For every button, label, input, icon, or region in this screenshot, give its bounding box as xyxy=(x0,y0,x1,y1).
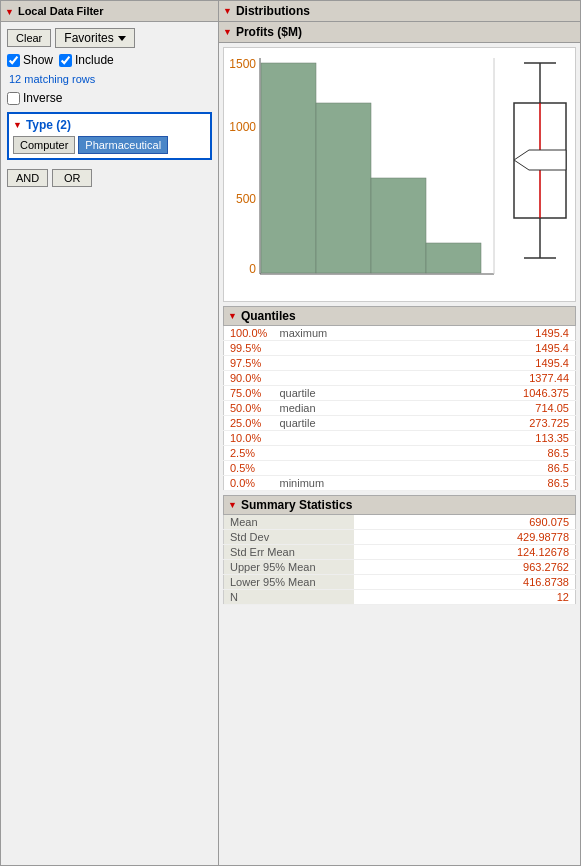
quantile-row: 75.0%quartile1046.375 xyxy=(224,386,576,401)
quantile-label xyxy=(274,446,354,461)
show-checkbox-label[interactable]: Show xyxy=(7,53,53,67)
right-panel-body: ▼ Profits ($M) 1500 1000 500 0 xyxy=(219,22,580,865)
quantile-pct: 0.0% xyxy=(224,476,274,491)
profits-section-header: ▼ Profits ($M) xyxy=(219,22,580,43)
quantile-value: 1495.4 xyxy=(354,356,576,371)
right-panel-header: ▼ Distributions xyxy=(219,1,580,22)
left-panel-header: ▼ Local Data Filter xyxy=(1,1,218,22)
quantiles-table: 100.0%maximum1495.499.5%1495.497.5%1495.… xyxy=(223,326,576,491)
quantile-label xyxy=(274,371,354,386)
quantile-pct: 2.5% xyxy=(224,446,274,461)
quantile-pct: 90.0% xyxy=(224,371,274,386)
inverse-row: Inverse xyxy=(7,91,212,105)
summary-row: N12 xyxy=(224,590,576,605)
quantile-value: 273.725 xyxy=(354,416,576,431)
quantile-value: 86.5 xyxy=(354,446,576,461)
quantile-row: 90.0%1377.44 xyxy=(224,371,576,386)
quantile-pct: 100.0% xyxy=(224,326,274,341)
summary-header: ▼ Summary Statistics xyxy=(223,495,576,515)
quantile-pct: 0.5% xyxy=(224,461,274,476)
clear-button[interactable]: Clear xyxy=(7,29,51,47)
quantiles-title: Quantiles xyxy=(241,309,296,323)
type-filter-box: ▼ Type (2) Computer Pharmaceutical xyxy=(7,112,212,160)
type-header: ▼ Type (2) xyxy=(13,118,206,132)
quantile-pct: 10.0% xyxy=(224,431,274,446)
right-panel-title: Distributions xyxy=(236,4,310,18)
summary-row: Lower 95% Mean416.8738 xyxy=(224,575,576,590)
quantile-value: 1495.4 xyxy=(354,341,576,356)
quantile-pct: 25.0% xyxy=(224,416,274,431)
summary-value: 690.075 xyxy=(354,515,576,530)
quantile-pct: 75.0% xyxy=(224,386,274,401)
left-panel-body: Clear Favorites Show Include 12 m xyxy=(1,22,218,193)
summary-label: Lower 95% Mean xyxy=(224,575,354,590)
favorites-button[interactable]: Favorites xyxy=(55,28,134,48)
quantile-row: 97.5%1495.4 xyxy=(224,356,576,371)
summary-label: Std Err Mean xyxy=(224,545,354,560)
quantiles-header: ▼ Quantiles xyxy=(223,306,576,326)
summary-title: Summary Statistics xyxy=(241,498,352,512)
summary-section: ▼ Summary Statistics Mean690.075Std Dev4… xyxy=(223,495,576,605)
and-button[interactable]: AND xyxy=(7,169,48,187)
quantile-value: 113.35 xyxy=(354,431,576,446)
quantile-label: maximum xyxy=(274,326,354,341)
summary-value: 416.8738 xyxy=(354,575,576,590)
summary-row: Upper 95% Mean963.2762 xyxy=(224,560,576,575)
left-panel-collapse-arrow[interactable]: ▼ xyxy=(5,4,14,18)
profits-title: Profits ($M) xyxy=(236,25,302,39)
quantile-label: minimum xyxy=(274,476,354,491)
type-triangle-icon: ▼ xyxy=(13,120,22,130)
inverse-checkbox[interactable] xyxy=(7,92,20,105)
type-item-pharmaceutical[interactable]: Pharmaceutical xyxy=(78,136,168,154)
include-checkbox-label[interactable]: Include xyxy=(59,53,114,67)
quantile-label xyxy=(274,461,354,476)
quantile-row: 99.5%1495.4 xyxy=(224,341,576,356)
svg-text:0: 0 xyxy=(249,262,256,276)
and-or-row: AND OR xyxy=(7,169,212,187)
quantile-pct: 50.0% xyxy=(224,401,274,416)
svg-text:1000: 1000 xyxy=(229,120,256,134)
quantile-value: 1495.4 xyxy=(354,326,576,341)
summary-value: 429.98778 xyxy=(354,530,576,545)
svg-rect-7 xyxy=(261,63,316,273)
show-checkbox[interactable] xyxy=(7,54,20,67)
quantile-value: 714.05 xyxy=(354,401,576,416)
left-panel-title: Local Data Filter xyxy=(18,5,104,17)
summary-label: Mean xyxy=(224,515,354,530)
quantile-pct: 99.5% xyxy=(224,341,274,356)
summary-row: Mean690.075 xyxy=(224,515,576,530)
summary-table: Mean690.075Std Dev429.98778Std Err Mean1… xyxy=(223,515,576,605)
quantile-row: 10.0%113.35 xyxy=(224,431,576,446)
svg-rect-10 xyxy=(426,243,481,273)
favorites-dropdown-arrow xyxy=(118,36,126,41)
left-panel: ▼ Local Data Filter Clear Favorites Show xyxy=(0,0,219,866)
quantile-row: 100.0%maximum1495.4 xyxy=(224,326,576,341)
svg-text:500: 500 xyxy=(236,192,256,206)
show-include-row: Show Include xyxy=(7,53,212,67)
type-item-computer[interactable]: Computer xyxy=(13,136,75,154)
quantile-row: 0.0%minimum86.5 xyxy=(224,476,576,491)
summary-label: Upper 95% Mean xyxy=(224,560,354,575)
quantile-value: 1046.375 xyxy=(354,386,576,401)
or-button[interactable]: OR xyxy=(52,169,92,187)
summary-label: Std Dev xyxy=(224,530,354,545)
right-panel-triangle-icon: ▼ xyxy=(223,6,232,16)
quantile-row: 25.0%quartile273.725 xyxy=(224,416,576,431)
summary-row: Std Dev429.98778 xyxy=(224,530,576,545)
quantiles-section: ▼ Quantiles 100.0%maximum1495.499.5%1495… xyxy=(223,306,576,491)
quantile-row: 2.5%86.5 xyxy=(224,446,576,461)
summary-value: 124.12678 xyxy=(354,545,576,560)
quantile-label xyxy=(274,341,354,356)
summary-label: N xyxy=(224,590,354,605)
svg-text:1500: 1500 xyxy=(229,57,256,71)
matching-rows-text: 12 matching rows xyxy=(7,72,212,86)
quantile-row: 50.0%median714.05 xyxy=(224,401,576,416)
quantile-label: median xyxy=(274,401,354,416)
summary-triangle-icon: ▼ xyxy=(228,500,237,510)
quantile-label: quartile xyxy=(274,386,354,401)
summary-value: 963.2762 xyxy=(354,560,576,575)
include-checkbox[interactable] xyxy=(59,54,72,67)
distribution-chart: 1500 1000 500 0 xyxy=(224,48,575,298)
clear-favorites-row: Clear Favorites xyxy=(7,28,212,48)
svg-rect-9 xyxy=(371,178,426,273)
